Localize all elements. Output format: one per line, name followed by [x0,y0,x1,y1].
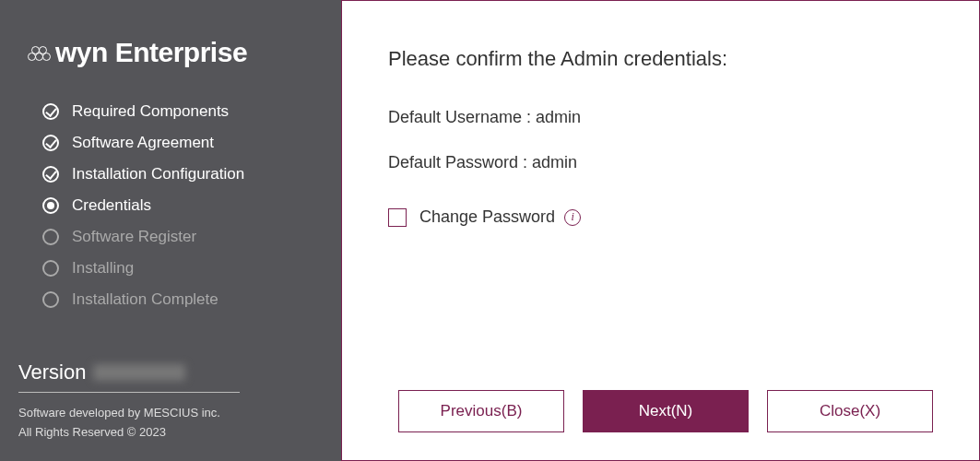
check-icon [41,101,61,122]
step-credentials: Credentials [41,190,323,221]
check-icon [41,164,61,184]
step-label: Software Agreement [72,134,214,152]
change-password-label: Change Password [419,207,555,227]
step-label: Installation Complete [72,290,218,309]
step-label: Installing [72,259,134,278]
page-heading: Please confirm the Admin credentials: [388,47,933,71]
step-label: Software Register [72,228,196,246]
default-username-line: Default Username : admin [388,108,933,127]
step-label: Credentials [72,196,151,215]
current-step-icon [41,195,61,216]
sidebar: wyn Enterprise Required Components Softw… [0,0,341,461]
default-password-line: Default Password : admin [388,153,933,172]
step-label: Required Components [72,102,229,121]
step-label: Installation Configuration [72,165,244,183]
pending-step-icon [41,258,61,278]
step-installation-complete: Installation Complete [41,284,323,315]
wizard-steps: Required Components Software Agreement I… [41,96,323,315]
logo: wyn Enterprise [28,37,323,68]
previous-button[interactable]: Previous(B) [398,390,564,432]
step-software-register: Software Register [41,221,323,253]
version-row: Version [18,361,323,384]
main-panel: Please confirm the Admin credentials: De… [341,0,980,461]
brand-text: wyn Enterprise [55,37,247,68]
honeycomb-icon [28,46,50,59]
info-icon[interactable]: i [564,209,581,226]
pending-step-icon [41,290,61,310]
change-password-checkbox[interactable] [388,208,407,227]
step-software-agreement: Software Agreement [41,127,323,159]
check-icon [41,133,61,153]
next-button[interactable]: Next(N) [583,390,749,432]
version-number-redacted [93,364,185,381]
button-row: Previous(B) Next(N) Close(X) [388,390,933,432]
change-password-row: Change Password i [388,207,933,227]
sidebar-footer: Version Software developed by MESCIUS in… [18,361,323,443]
step-installing: Installing [41,253,323,284]
close-button[interactable]: Close(X) [767,390,933,432]
developer-line: Software developed by MESCIUS inc. [18,404,323,423]
version-label: Version [18,361,86,384]
step-required-components: Required Components [41,96,323,127]
pending-step-icon [41,227,61,247]
divider [18,392,240,393]
step-installation-configuration: Installation Configuration [41,159,323,190]
rights-line: All Rights Reserved © 2023 [18,423,323,443]
